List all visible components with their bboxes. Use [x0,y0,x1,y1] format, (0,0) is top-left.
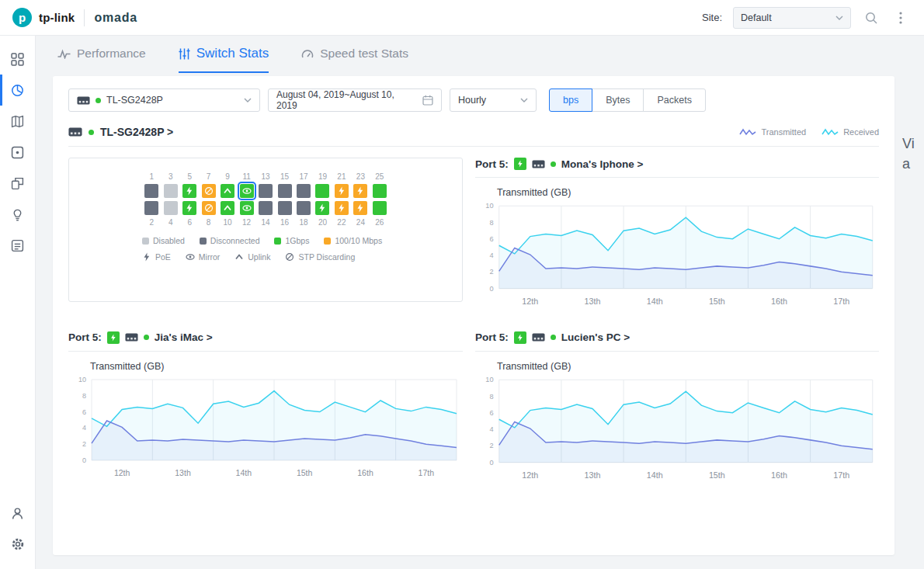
port-number: 4 [168,218,173,227]
chevron-down-icon [835,16,843,20]
switch-device-icon [532,160,545,168]
device-title-link[interactable]: TL-SG2428P > [100,126,173,138]
port-23[interactable] [353,184,367,198]
sidebar-item-insight[interactable] [0,199,35,230]
omada-logo: omada [94,11,137,25]
svg-text:14th: 14th [647,470,663,480]
tab-label: Switch Stats [196,46,269,61]
main-area: Performance Switch Stats Speed test Stat… [36,36,924,569]
port-6[interactable] [182,201,196,215]
port-10[interactable] [221,201,234,215]
unit-bps-button[interactable]: bps [549,88,592,112]
tab-performance[interactable]: Performance [57,36,146,73]
sidebar-item-statistics[interactable] [0,75,35,106]
port-19[interactable] [315,184,329,198]
unit-segmented-control: bps Bytes Packets [549,88,706,112]
port-column: 1920 [313,172,332,227]
clients-icon [11,177,24,190]
unit-bytes-button[interactable]: Bytes [592,88,644,112]
port-4[interactable] [164,201,178,215]
pulse-icon [57,49,71,59]
kebab-menu-icon[interactable] [891,9,910,27]
svg-text:12th: 12th [522,470,538,480]
site-select[interactable]: Default [733,7,851,29]
port-grid: 1234567891011121314151617181920212223242… [142,172,389,227]
gear-icon [11,537,25,551]
port-number: 1 [149,172,154,181]
svg-text:10: 10 [78,376,86,383]
date-range-picker[interactable]: August 04, 2019~August 10, 2019 [268,88,442,112]
legend-icon-uplink: Uplink [234,252,270,262]
port-26[interactable] [373,201,387,215]
edge-cutoff-text: Vi a [902,134,924,174]
client-link[interactable]: Jia's iMac > [155,331,213,343]
port-number: 24 [356,218,365,227]
switch-device-icon [532,333,545,342]
port-24[interactable] [353,201,367,215]
sidebar-item-log[interactable] [0,230,35,261]
date-range-value: August 04, 2019~August 10, 2019 [276,89,417,111]
gauge-icon [301,48,314,59]
port-number: 22 [337,218,346,227]
port-5[interactable] [182,184,196,198]
port-number: 23 [356,172,365,181]
sidebar-item-account[interactable] [0,498,35,529]
port-column: 1718 [294,172,313,227]
sidebar-item-dashboard[interactable] [0,43,35,75]
port-8[interactable] [202,201,216,215]
svg-text:13th: 13th [585,297,601,306]
port-number: 15 [280,172,289,181]
port-16[interactable] [278,201,292,215]
layout: Performance Switch Stats Speed test Stat… [0,36,924,569]
interval-select[interactable]: Hourly [450,88,537,112]
poe-badge-icon [514,158,526,170]
switch-device-icon [68,127,82,137]
tab-speed-test-stats[interactable]: Speed test Stats [301,36,408,73]
sidebar-item-clients[interactable] [0,168,35,199]
person-icon [11,507,24,520]
svg-text:16th: 16th [771,297,787,306]
port-25[interactable] [373,184,387,198]
status-dot [144,335,149,340]
tp-link-logo-icon: p [12,8,32,27]
sidebar-item-map[interactable] [0,106,35,137]
port-number: 21 [337,172,346,181]
client-link[interactable]: Lucien's PC > [561,331,630,343]
port-13[interactable] [259,184,273,198]
port-2[interactable] [144,201,158,215]
port-chart-jias-imac: Port 5: Jia's iMac > Transmitted (GB) 02… [68,331,463,490]
port-17[interactable] [297,184,311,198]
port-9[interactable] [221,184,234,198]
search-icon[interactable] [862,9,881,27]
poe-badge-icon [107,331,120,344]
port-1[interactable] [144,184,158,198]
port-7[interactable] [202,184,216,198]
port-18[interactable] [297,201,311,215]
svg-text:0: 0 [489,285,493,293]
svg-text:12th: 12th [114,468,130,477]
port-12[interactable] [240,201,254,215]
port-number: 18 [299,218,307,227]
switch-device-icon [125,333,138,342]
svg-text:14th: 14th [647,297,663,306]
sidebar-item-settings[interactable] [0,529,35,560]
port-22[interactable] [335,201,349,215]
port-11[interactable] [240,184,254,198]
port-column: 2324 [351,172,370,227]
sidebar-item-devices[interactable] [0,137,35,168]
device-select[interactable]: TL-SG2428P [68,88,260,112]
client-link[interactable]: Mona's Iphone > [561,158,644,170]
tab-label: Speed test Stats [320,47,408,61]
sidebar-spacer [0,261,35,498]
svg-text:16th: 16th [357,468,373,477]
chart-y-title: Transmitted (GB) [90,361,463,372]
port-15[interactable] [278,184,292,198]
status-dot [551,335,556,340]
unit-packets-button[interactable]: Packets [643,88,705,112]
port-3[interactable] [164,184,178,198]
port-20[interactable] [315,201,329,215]
port-14[interactable] [259,201,273,215]
tab-switch-stats[interactable]: Switch Stats [179,36,269,73]
stats-card: TL-SG2428P August 04, 2019~August 10, 20… [53,76,894,555]
port-21[interactable] [335,184,349,198]
